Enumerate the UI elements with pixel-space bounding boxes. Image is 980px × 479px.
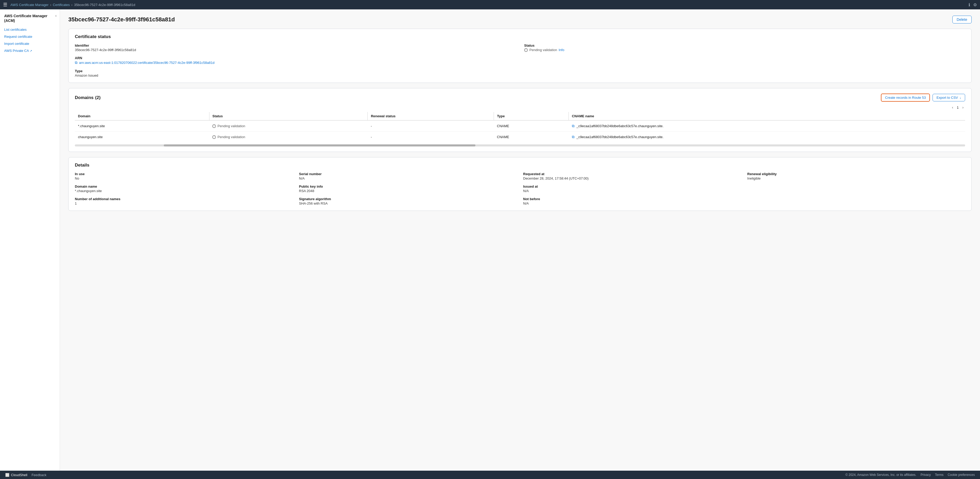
row2-cname-cell: ⧉ _c9ecaa1af68037bb248dbe6abc63c57e.chau… [572, 135, 962, 139]
domains-table: Domain Status Renewal status Type CNAME … [75, 112, 965, 142]
identifier-field: Identifier 35bcec96-7527-4c2e-99ff-3f961… [75, 43, 516, 52]
row2-type: CNAME [494, 132, 569, 143]
details-title: Details [75, 163, 965, 168]
details-card: Details In use No Serial number N/A Requ… [68, 157, 972, 211]
col-domain: Domain [75, 112, 209, 121]
status-label: Status [524, 43, 965, 48]
create-records-route53-button[interactable]: Create records in Route 53 [881, 94, 930, 102]
info-button[interactable]: ℹ [969, 2, 970, 7]
export-csv-label: Export to CSV [937, 96, 958, 100]
sidebar-item-aws-private-ca[interactable]: AWS Private CA [0, 47, 60, 54]
service-link[interactable]: AWS Certificate Manager [10, 3, 48, 7]
sidebar-collapse-button[interactable]: ‹ [55, 14, 57, 18]
detail-signature-label: Signature algorithm [299, 197, 517, 201]
detail-serial-label: Serial number [299, 172, 517, 176]
row1-renewal: - [368, 121, 494, 132]
domains-title-wrap: Domains (2) [75, 95, 101, 100]
arn-label: ARN [75, 56, 965, 60]
type-field: Type Amazon Issued [75, 69, 516, 78]
row1-copy-icon[interactable]: ⧉ [572, 124, 574, 128]
status-info-link[interactable]: Info [558, 48, 564, 52]
main-layout: AWS Certificate Manager (ACM) ‹ List cer… [0, 10, 980, 471]
feedback-link[interactable]: Feedback [32, 473, 46, 477]
domains-table-body: *.chaunguyen.site ! Pending validation -… [75, 121, 965, 142]
detail-public-key-label: Public key info [299, 184, 517, 189]
table-row: *.chaunguyen.site ! Pending validation -… [75, 121, 965, 132]
detail-additional-value: 1 [75, 201, 293, 205]
delete-button[interactable]: Delete [952, 16, 972, 24]
certificate-status-title: Certificate status [75, 34, 965, 40]
sidebar: AWS Certificate Manager (ACM) ‹ List cer… [0, 10, 60, 471]
arn-text: arn:aws:acm:us-east-1:017820706022:certi… [79, 61, 214, 65]
row1-cname-cell: ⧉ _c9ecaa1af68037bb248dbe6abc63c57e.chau… [572, 124, 962, 128]
detail-not-before-label: Not before [523, 197, 741, 201]
detail-renewal-label: Renewal eligibility [748, 172, 966, 176]
main-content: 35bcec96-7527-4c2e-99ff-3f961c58a81d Del… [60, 10, 980, 471]
pagination: ‹ 1 › [75, 105, 965, 110]
detail-renewal-value: Ineligible [748, 176, 966, 180]
detail-issued-at: Issued at N/A [523, 184, 741, 193]
row1-cname-value: _c9ecaa1af68037bb248dbe6abc63c57e.chaung… [577, 124, 664, 128]
arn-field: ARN ⧉ arn:aws:acm:us-east-1:017820706022… [75, 56, 965, 65]
certificates-link[interactable]: Certificates [53, 3, 70, 7]
table-row: chaunguyen.site ! Pending validation - C… [75, 132, 965, 143]
col-type: Type [494, 112, 569, 121]
detail-serial-value: N/A [299, 176, 517, 180]
breadcrumb-sep1: › [50, 3, 51, 7]
col-status: Status [209, 112, 368, 121]
detail-domain-value: *.chaunguyen.site [75, 189, 293, 193]
detail-domain-label: Domain name [75, 184, 293, 189]
detail-issued-label: Issued at [523, 184, 741, 189]
sidebar-nav: List certificates Request certificate Im… [0, 26, 60, 54]
menu-button[interactable]: ☰ [3, 2, 7, 8]
detail-domain-name: Domain name *.chaunguyen.site [75, 184, 293, 193]
row1-status-value: ! Pending validation [212, 124, 364, 128]
detail-additional-names: Number of additional names 1 [75, 197, 293, 205]
certificate-status-grid: Identifier 35bcec96-7527-4c2e-99ff-3f961… [75, 43, 965, 78]
scrollbar-thumb[interactable] [164, 144, 476, 146]
menu-icon: ☰ [3, 2, 7, 8]
row2-copy-icon[interactable]: ⧉ [572, 135, 574, 139]
row2-renewal: - [368, 132, 494, 143]
page-header: 35bcec96-7527-4c2e-99ff-3f961c58a81d Del… [68, 16, 972, 24]
detail-requested-at: Requested at December 28, 2024, 17:58:44… [523, 172, 741, 180]
arn-value: ⧉ arn:aws:acm:us-east-1:017820706022:cer… [75, 60, 965, 65]
sidebar-item-request-certificate[interactable]: Request certificate [0, 33, 60, 40]
row1-status: ! Pending validation [209, 121, 368, 132]
arn-copy-icon[interactable]: ⧉ [75, 60, 78, 65]
breadcrumb: AWS Certificate Manager › Certificates ›… [10, 3, 135, 7]
horizontal-scrollbar[interactable] [75, 144, 965, 146]
footer-terms-link[interactable]: Terms [935, 473, 943, 477]
sidebar-item-import-certificate[interactable]: Import certificate [0, 40, 60, 47]
col-cname-name: CNAME name [569, 112, 966, 121]
sidebar-item-list-certificates[interactable]: List certificates [0, 26, 60, 33]
row2-status-value: ! Pending validation [212, 135, 364, 139]
detail-not-before: Not before N/A [523, 197, 741, 205]
current-page-crumb: 35bcec96-7527-4c2e-99ff-3f961c58a81d [74, 3, 135, 7]
footer-copyright: © 2024, Amazon Web Services, Inc. or its… [845, 473, 916, 477]
cloudshell-button[interactable]: ⬜ CloudShell [5, 473, 27, 477]
pagination-prev[interactable]: ‹ [950, 105, 955, 110]
pending-icon: ! [524, 48, 528, 52]
cloudshell-icon: ⬜ [5, 473, 10, 477]
row1-type: CNAME [494, 121, 569, 132]
top-navigation: ☰ AWS Certificate Manager › Certificates… [0, 0, 980, 10]
detail-empty1 [748, 184, 966, 193]
type-value: Amazon Issued [75, 73, 516, 78]
row1-cname: ⧉ _c9ecaa1af68037bb248dbe6abc63c57e.chau… [569, 121, 966, 132]
export-csv-button[interactable]: Export to CSV ↓ [932, 94, 965, 102]
breadcrumb-sep2: › [72, 3, 73, 7]
top-nav-right: ℹ ⚙ [969, 2, 977, 7]
footer-cookie-link[interactable]: Cookie preferences [948, 473, 975, 477]
settings-button[interactable]: ⚙ [973, 2, 977, 7]
detail-serial-number: Serial number N/A [299, 172, 517, 180]
detail-in-use-label: In use [75, 172, 293, 176]
identifier-label: Identifier [75, 43, 516, 48]
row2-cname-value: _c9ecaa1af68037bb248dbe6abc63c57e.chaung… [577, 135, 664, 139]
certificate-status-card: Certificate status Identifier 35bcec96-7… [68, 29, 972, 83]
row2-cname: ⧉ _c9ecaa1af68037bb248dbe6abc63c57e.chau… [569, 132, 966, 143]
download-icon: ↓ [960, 96, 961, 100]
footer-privacy-link[interactable]: Privacy [921, 473, 931, 477]
domains-title: Domains [75, 95, 94, 100]
pagination-next[interactable]: › [961, 105, 965, 110]
